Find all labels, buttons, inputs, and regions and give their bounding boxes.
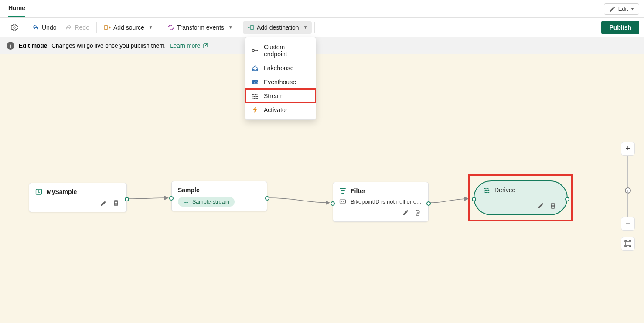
dropdown-item-label: Lakehouse <box>264 65 294 71</box>
node-title: Sample <box>178 187 200 194</box>
node-filter[interactable]: Filter BikepointID is not null or e... <box>333 182 429 222</box>
add-destination-icon <box>247 24 254 31</box>
stream-icon <box>252 92 259 99</box>
source-icon <box>35 188 42 195</box>
output-port[interactable] <box>565 197 569 201</box>
svg-rect-1 <box>250 26 254 29</box>
add-source-label: Add source <box>113 24 144 31</box>
chevron-down-icon: ▼ <box>228 25 233 30</box>
zoom-controls: + − <box>621 142 635 251</box>
dropdown-item-label: Activator <box>264 106 287 113</box>
info-icon: i <box>7 42 14 50</box>
canvas[interactable]: MySample Sample Sample-stream Filter Bik… <box>0 54 644 323</box>
dropdown-item-label: Stream <box>264 92 283 99</box>
expression-icon <box>339 198 346 205</box>
filter-expression: BikepointID is not null or e... <box>351 198 421 205</box>
endpoint-icon <box>252 47 259 54</box>
chevron-down-icon: ▼ <box>630 7 634 11</box>
node-title: Derived <box>494 187 515 194</box>
stream-icon <box>183 199 189 205</box>
input-port[interactable] <box>472 197 476 201</box>
stream-icon <box>483 187 490 194</box>
gear-icon <box>11 24 18 31</box>
node-title: Filter <box>351 187 365 194</box>
input-port[interactable] <box>169 196 174 201</box>
dropdown-item-label: Custom endpoint <box>264 44 310 58</box>
activator-icon <box>252 106 259 113</box>
dropdown-item-activator[interactable]: Activator <box>245 103 316 117</box>
add-destination-button[interactable]: Add destination ▼ <box>243 21 312 34</box>
dropdown-item-custom-endpoint[interactable]: Custom endpoint <box>245 40 316 61</box>
trash-icon <box>112 200 119 207</box>
dropdown-item-lakehouse[interactable]: Lakehouse <box>245 61 316 75</box>
output-port[interactable] <box>426 201 431 206</box>
zoom-out-button[interactable]: − <box>621 217 635 231</box>
output-port[interactable] <box>125 197 129 201</box>
redo-label: Redo <box>75 24 89 31</box>
divider <box>240 22 240 33</box>
svg-rect-7 <box>626 241 630 246</box>
banner-message: Changes will go live once you publish th… <box>51 42 166 49</box>
divider <box>96 22 97 33</box>
divider <box>160 22 160 33</box>
undo-button[interactable]: Undo <box>28 21 61 34</box>
zoom-slider-track[interactable] <box>627 156 628 190</box>
edit-node-button[interactable] <box>537 202 545 210</box>
zoom-slider-track[interactable] <box>627 190 628 217</box>
add-source-button[interactable]: Add source ▼ <box>99 21 157 34</box>
edit-button-label: Edit <box>618 6 628 12</box>
transform-events-button[interactable]: Transform events ▼ <box>163 21 237 34</box>
zoom-in-button[interactable]: + <box>621 142 635 156</box>
svg-rect-0 <box>104 26 108 29</box>
pencil-icon <box>609 6 616 13</box>
banner-title: Edit mode <box>19 42 47 49</box>
trash-icon <box>549 202 556 209</box>
pencil-icon <box>402 209 409 216</box>
dropdown-item-stream[interactable]: Stream <box>245 89 316 103</box>
edit-node-button[interactable] <box>100 200 108 207</box>
settings-button[interactable] <box>7 21 22 34</box>
eventhouse-icon <box>252 78 259 85</box>
redo-icon <box>65 24 72 31</box>
tab-bar: Home Edit ▼ <box>0 0 644 18</box>
svg-point-2 <box>252 50 255 52</box>
output-port[interactable] <box>265 196 269 201</box>
node-mysample[interactable]: MySample <box>29 183 127 212</box>
redo-button[interactable]: Redo <box>61 21 93 34</box>
dropdown-item-label: Eventhouse <box>264 78 296 85</box>
node-sample[interactable]: Sample Sample-stream <box>171 181 267 211</box>
undo-icon <box>32 24 39 31</box>
dropdown-item-eventhouse[interactable]: Eventhouse <box>245 75 316 89</box>
toolbar: Undo Redo Add source ▼ Transform events … <box>0 18 644 37</box>
delete-node-button[interactable] <box>112 200 120 207</box>
trash-icon <box>414 209 421 216</box>
tab-home[interactable]: Home <box>8 0 25 17</box>
divider <box>314 22 315 33</box>
delete-node-button[interactable] <box>414 209 422 217</box>
stream-pill: Sample-stream <box>178 197 235 207</box>
transform-icon <box>167 24 174 31</box>
chevron-down-icon: ▼ <box>149 25 153 30</box>
fit-icon <box>624 240 631 247</box>
edit-button[interactable]: Edit ▼ <box>604 3 639 15</box>
transform-label: Transform events <box>177 24 224 31</box>
edit-mode-banner: i Edit mode Changes will go live once yo… <box>0 37 644 54</box>
pencil-icon <box>100 200 107 207</box>
divider <box>25 22 25 33</box>
add-destination-label: Add destination <box>257 24 299 31</box>
fit-to-screen-button[interactable] <box>621 237 635 251</box>
input-port[interactable] <box>331 201 335 206</box>
delete-node-button[interactable] <box>549 202 557 210</box>
learn-more-label: Learn more <box>170 42 200 49</box>
pill-label: Sample-stream <box>192 199 229 205</box>
node-derived[interactable]: Derived <box>474 180 568 215</box>
filter-icon <box>339 187 346 194</box>
lakehouse-icon <box>252 65 259 71</box>
learn-more-link[interactable]: Learn more <box>170 42 209 49</box>
undo-label: Undo <box>42 24 56 31</box>
edit-node-button[interactable] <box>402 209 410 217</box>
pencil-icon <box>537 202 544 209</box>
publish-button[interactable]: Publish <box>601 21 639 34</box>
add-source-icon <box>104 24 111 31</box>
chevron-down-icon: ▼ <box>303 25 308 30</box>
